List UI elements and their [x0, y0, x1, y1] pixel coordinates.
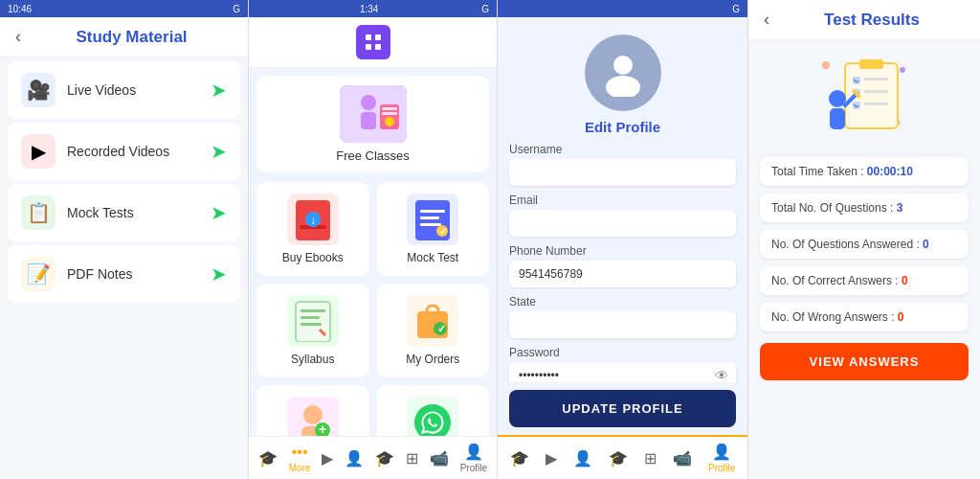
nav-home[interactable]: 🎓 — [258, 449, 278, 468]
svg-rect-26 — [301, 323, 322, 326]
password-group: Password 👁 — [509, 346, 736, 382]
svg-rect-19 — [420, 223, 441, 226]
grid-app-icon[interactable] — [356, 25, 390, 59]
svg-rect-45 — [864, 78, 888, 80]
svg-rect-8 — [382, 107, 397, 110]
grid-label-my-orders: My Orders — [406, 353, 459, 366]
edit-profile-title: Edit Profile — [498, 119, 747, 135]
phone-label: Phone Number — [509, 244, 736, 258]
menu-icon-pdf-notes: 📝 — [21, 257, 56, 291]
username-label: Username — [509, 143, 736, 156]
result-label-total-questions: Total No. Of Questions : — [771, 201, 897, 215]
menu-label-pdf-notes: PDF Notes — [67, 266, 199, 282]
result-card-time-taken: Total Time Taken : 00:00:10 — [760, 157, 969, 186]
svg-text:↓: ↓ — [310, 214, 316, 227]
email-input[interactable] — [509, 210, 736, 237]
svg-text:✓: ✓ — [437, 323, 446, 334]
back-button-4[interactable]: ‹ — [764, 10, 769, 30]
p3-nav-profile[interactable]: 👤 — [573, 449, 592, 468]
p3-nav-video[interactable]: ▶ — [546, 449, 557, 468]
result-card-total-questions: Total No. Of Questions : 3 — [760, 194, 969, 222]
status-bar-1: 10:46 G — [0, 0, 248, 17]
test-results-panel: ‹ Test Results — [748, 0, 980, 479]
result-label-correct: No. Of Correct Answers : — [771, 274, 902, 287]
menu-item-recorded-videos[interactable]: ▶ Recorded Videos ➤ — [8, 123, 240, 180]
svg-point-37 — [822, 61, 830, 69]
grid-label-syllabus: Syllabus — [291, 353, 334, 366]
grid-items: ↓ Buy Ebooks ✓ Mock Test Syllabus ✓ My O… — [256, 182, 489, 436]
free-classes-banner[interactable]: ↓ Free Classes — [256, 76, 489, 172]
panel4-header: ‹ Test Results — [748, 0, 980, 40]
status-center2: 1:34 — [360, 4, 378, 14]
grid-label-mock-test: Mock Test — [407, 251, 458, 264]
grid-item-buy-ebooks[interactable]: ↓ Buy Ebooks — [256, 182, 369, 276]
result-value-time-taken: 00:00:10 — [867, 165, 913, 178]
grid-item-my-orders[interactable]: ✓ My Orders — [377, 284, 490, 377]
grid-item-invite-friends[interactable]: + Invite Friends — [256, 385, 369, 436]
menu-icon-mock-tests: 📋 — [21, 195, 56, 230]
svg-rect-49 — [864, 90, 888, 93]
p3-nav-grid[interactable]: ⊞ — [644, 449, 657, 468]
panel2-top — [249, 17, 497, 68]
svg-rect-2 — [366, 44, 371, 50]
result-value-total-questions: 3 — [897, 201, 903, 215]
result-value-answered: 0 — [923, 238, 929, 251]
svg-point-35 — [613, 56, 633, 75]
eye-icon[interactable]: 👁 — [715, 368, 728, 382]
grid-icon-whatsapp-us — [407, 397, 458, 436]
password-label: Password — [509, 346, 736, 359]
p3-nav-cam[interactable]: 📹 — [673, 449, 692, 468]
svg-rect-0 — [366, 34, 371, 40]
username-input[interactable] — [509, 159, 736, 186]
status-bar-3: G — [498, 0, 747, 17]
state-input[interactable] — [509, 311, 736, 338]
status-right3: G — [732, 4, 740, 14]
email-group: Email — [509, 194, 736, 237]
nav-more[interactable]: ••• More — [289, 444, 311, 473]
result-label-time-taken: Total Time Taken : — [771, 165, 867, 178]
svg-rect-25 — [301, 316, 320, 319]
menu-label-recorded-videos: Recorded Videos — [67, 144, 199, 159]
nav-profile2[interactable]: 👤 Profile — [460, 443, 487, 473]
edit-profile-panel: G Edit Profile Username Email Phone Numb… — [498, 0, 748, 479]
arrow-icon-mock-tests: ➤ — [211, 201, 227, 224]
grid-icon-mock-test: ✓ — [407, 194, 458, 245]
update-profile-button[interactable]: UPDATE PROFILE — [509, 390, 736, 427]
svg-rect-22 — [296, 302, 330, 342]
password-input[interactable] — [509, 362, 736, 382]
svg-point-5 — [361, 95, 376, 110]
p3-nav-profile2[interactable]: 👤 Profile — [708, 443, 735, 473]
nav-profile[interactable]: 👤 — [345, 449, 364, 468]
study-material-panel: 10:46 G ‹ Study Material 🎥 Live Videos ➤… — [0, 0, 249, 479]
grid-item-mock-test[interactable]: ✓ Mock Test — [377, 182, 490, 276]
back-button-1[interactable]: ‹ — [15, 27, 21, 47]
p3-nav-hat[interactable]: 🎓 — [609, 449, 628, 468]
status-right2: G — [481, 4, 489, 14]
phone-input[interactable] — [509, 261, 736, 287]
result-card-answered: No. Of Questions Answered : 0 — [760, 230, 969, 259]
view-answers-button[interactable]: VIEW ANSWERS — [760, 343, 969, 380]
grid-item-whatsapp-us[interactable]: Whatsapp Us — [377, 385, 490, 436]
nav-cam[interactable]: 📹 — [430, 449, 449, 468]
nav-profile2-label: Profile — [460, 463, 487, 473]
grid-label-buy-ebooks: Buy Ebooks — [282, 251, 344, 264]
nav-grid[interactable]: ⊞ — [406, 449, 418, 468]
grid-item-syllabus[interactable]: Syllabus — [256, 284, 369, 377]
grid-icon-syllabus — [287, 295, 339, 347]
test-results-content: Total Time Taken : 00:00:10Total No. Of … — [748, 149, 980, 479]
menu-item-mock-tests[interactable]: 📋 Mock Tests ➤ — [8, 184, 240, 241]
menu-icon-recorded-videos: ▶ — [21, 134, 56, 169]
grid-icon-my-orders: ✓ — [407, 295, 458, 347]
email-label: Email — [509, 194, 736, 207]
edit-profile-form: Username Email Phone Number State Passwo… — [498, 143, 747, 382]
menu-icon-live-videos: 🎥 — [21, 73, 56, 107]
p3-nav-home[interactable]: 🎓 — [510, 449, 529, 468]
panel2-bottom-nav: 🎓 ••• More ▶ 👤 🎓 ⊞ 📹 👤 Profile — [249, 436, 497, 479]
menu-label-live-videos: Live Videos — [67, 82, 199, 98]
nav-more-label: More — [289, 463, 311, 473]
menu-item-pdf-notes[interactable]: 📝 PDF Notes ➤ — [8, 245, 240, 303]
nav-video[interactable]: ▶ — [322, 449, 333, 468]
status-icons: G — [233, 4, 240, 14]
menu-item-live-videos[interactable]: 🎥 Live Videos ➤ — [8, 61, 240, 119]
nav-hat[interactable]: 🎓 — [375, 449, 394, 468]
